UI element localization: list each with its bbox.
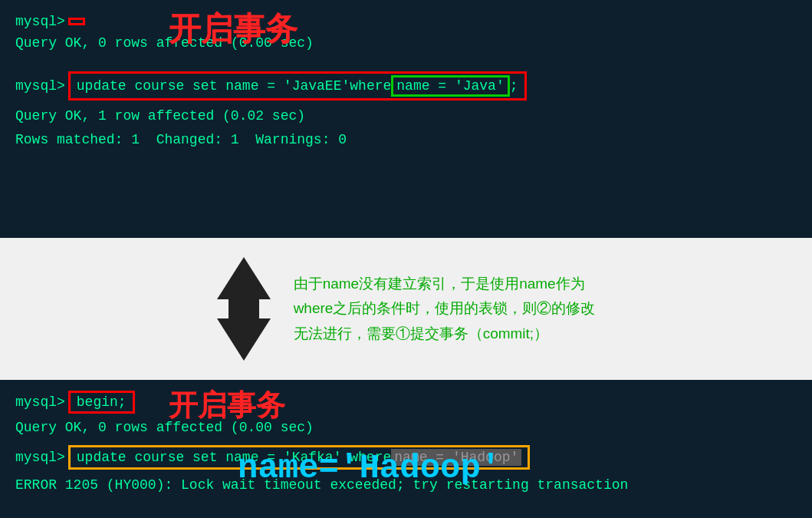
top-query-ok-2: Query OK, 1 row affected (0.02 sec)	[15, 105, 797, 127]
bottom-query-ok: Query OK, 0 rows affected (0.00 sec)	[15, 417, 797, 439]
update-green-box: name = 'Java'	[391, 75, 509, 97]
cyan-hadoop-label: name='Hadoop'	[238, 449, 501, 487]
annotation-text: 由于name没有建立索引，于是使用name作为 where之后的条件时，使用的表…	[294, 272, 596, 346]
mysql-prompt-3: mysql>	[15, 394, 65, 410]
mysql-prompt-2: mysql>	[15, 78, 65, 94]
double-arrow	[217, 257, 271, 361]
top-begin-line: mysql>	[15, 14, 797, 29]
top-title: 开启事务	[169, 8, 298, 51]
update-semi: ;	[510, 78, 518, 94]
update-where: where	[350, 78, 391, 94]
top-rows-matched: Rows matched: 1 Changed: 1 Warnings: 0	[15, 129, 797, 151]
top-terminal: mysql> 开启事务 Query OK, 0 rows affected (0…	[0, 0, 812, 238]
update-cmd-pre: update course set name = 'JavaEE'	[77, 78, 350, 94]
arrow-body	[228, 299, 259, 318]
top-query-ok-1: Query OK, 0 rows affected (0.00 sec)	[15, 32, 797, 54]
arrow-up-icon	[217, 257, 271, 299]
bottom-begin-box: begin;	[68, 391, 135, 414]
begin-cmd-box	[68, 18, 85, 25]
arrow-down-icon	[217, 318, 271, 361]
bottom-terminal: mysql> begin; 开启事务 Query OK, 0 rows affe…	[0, 380, 812, 518]
middle-section: 由于name没有建立索引，于是使用name作为 where之后的条件时，使用的表…	[0, 238, 812, 380]
bottom-title: 开启事务	[169, 386, 285, 425]
mysql-prompt-1: mysql>	[15, 14, 65, 29]
mysql-prompt-4: mysql>	[15, 450, 65, 465]
bottom-begin-line: mysql> begin;	[15, 391, 797, 414]
top-update-line: mysql> update course set name = 'JavaEE'…	[15, 71, 797, 101]
